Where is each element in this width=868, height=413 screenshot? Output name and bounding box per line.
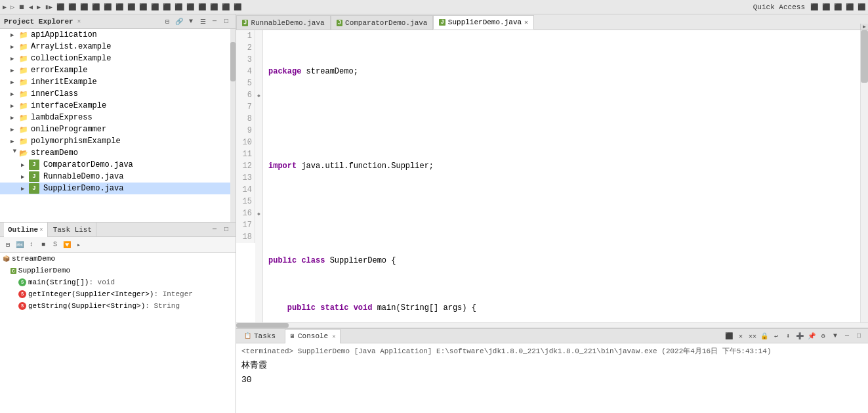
tree-item-interface[interactable]: ▶ 📁 interfaceExample (0, 100, 230, 112)
tree-item-supplier[interactable]: ▶ J SupplierDemo.java (0, 183, 230, 194)
code-line-6: public static void main(String[] args) { (268, 302, 855, 314)
filter-icon[interactable]: ▼ (186, 16, 196, 27)
expand-arrow: ▶ (10, 79, 18, 86)
code-vscroll-thumb (861, 30, 868, 83)
tree-item-arraylist[interactable]: ▶ 📁 ArrayList.example (0, 41, 230, 53)
line-number-9: 9 (239, 125, 252, 137)
console-settings-icon[interactable]: ⚙ (818, 331, 829, 341)
gutter-marker-6: ◆ (257, 93, 260, 98)
more-icon[interactable]: ▸ (73, 240, 84, 250)
code-horizontal-scrollbar[interactable] (236, 322, 868, 328)
java-icon: J (439, 19, 445, 26)
maximize-icon[interactable]: □ (854, 331, 864, 341)
gutter-14 (255, 184, 262, 196)
gutter-18 (255, 231, 262, 243)
toolbar: ▶ ▷ ⏹ ◀ ▶ ▮▶ ⬛ ⬛ ⬛ ⬛ ⬛ ⬛ ⬛ ⬛ ⬛ ⬛ ⬛ ⬛ ⬛ ⬛… (0, 0, 868, 14)
collapse-all-icon[interactable]: ⊟ (3, 240, 13, 250)
tree-item-comparator[interactable]: ▶ J ComparatorDemo.java (0, 159, 230, 171)
package-icon: 📦 (3, 255, 10, 263)
gutter-7 (255, 101, 262, 113)
sort-alpha-icon[interactable]: 🔤 (14, 240, 25, 250)
tree-item-collection[interactable]: ▶ 📁 collectionExample (0, 53, 230, 64)
outline-tabs: Outline ✕ Task List (4, 223, 96, 237)
tree-item-error[interactable]: ▶ 📁 errorExample (0, 64, 230, 76)
toggle-static-icon[interactable]: S (50, 240, 60, 250)
outline-close-icon[interactable]: ✕ (39, 226, 43, 233)
minimize-icon[interactable]: ─ (842, 331, 852, 341)
gutter-11 (255, 148, 262, 160)
tree-item-polymorphism[interactable]: ▶ 📁 polymorphismExample (0, 135, 230, 147)
console-close-icon[interactable]: ✕ (332, 333, 335, 340)
editor-tab-bar: J RunnableDemo.java J ComparatorDemo.jav… (236, 14, 868, 30)
console-remove-icon[interactable]: ✕ (735, 331, 746, 341)
tab-runnable[interactable]: J RunnableDemo.java (236, 15, 331, 30)
console-new-icon[interactable]: ➕ (795, 331, 805, 341)
folder-icon: 📁 (18, 112, 29, 123)
menu-icon[interactable]: ☰ (197, 16, 208, 27)
gutter-2 (255, 42, 262, 54)
console-view-menu-icon[interactable]: ▼ (830, 331, 840, 341)
tab-scroll-right[interactable]: ▶ (860, 24, 868, 30)
expand-arrow: ▶ (10, 91, 18, 98)
tab-comparator[interactable]: J ComparatorDemo.java (331, 15, 434, 30)
maximize-icon[interactable]: □ (221, 225, 232, 235)
method-green-icon: S (18, 278, 26, 286)
expand-arrow: ▶ (10, 55, 18, 62)
console-word-wrap-icon[interactable]: ↩ (771, 331, 781, 341)
java-file-icon: J (29, 183, 39, 194)
toolbar-right-icons: ⬛ ⬛ ⬛ ⬛ ⬛ (810, 3, 865, 11)
tasks-icon: 📋 (244, 332, 251, 339)
outline-item-main[interactable]: S main(String[]) : void (0, 276, 236, 288)
project-tree-scrollbar[interactable] (230, 29, 236, 222)
console-scroll-end-icon[interactable]: ⬇ (783, 331, 793, 341)
gutter-17 (255, 219, 262, 231)
outline-panel: Outline ✕ Task List ─ □ ⊟ 🔤 ↕ ■ S (0, 223, 236, 413)
tree-item-apiApplication[interactable]: ▶ 📁 apiApplication (0, 29, 230, 41)
project-explorer-toolbar: ⊟ 🔗 ▼ ☰ ─ □ (162, 16, 232, 27)
tab-supplier[interactable]: J SupplierDemo.java ✕ (433, 15, 534, 30)
outline-item-class[interactable]: C SupplierDemo (0, 265, 236, 276)
project-explorer-close-icon[interactable]: ✕ (77, 18, 81, 25)
collapse-icon[interactable]: ⊟ (162, 16, 173, 27)
console-terminate-icon[interactable]: ⬛ (724, 331, 734, 341)
console-remove-all-icon[interactable]: ✕✕ (747, 331, 758, 341)
expand-arrow: ▶ (10, 102, 18, 110)
console-pin-icon[interactable]: 📌 (806, 331, 817, 341)
console-tab-console[interactable]: 🖥 Console ✕ (285, 329, 341, 343)
toggle-fields-icon[interactable]: ■ (38, 240, 49, 250)
tab-outline[interactable]: Outline ✕ (4, 223, 48, 237)
tree-item-streamdemo[interactable]: ▶ 📂 streamDemo (0, 147, 230, 159)
sort-fields-icon[interactable]: ↕ (26, 240, 37, 250)
code-lines[interactable]: package streamDemo; import java.util.fun… (263, 30, 860, 322)
tree-item-inherit[interactable]: ▶ 📁 inheritExample (0, 76, 230, 88)
java-file-icon: J (29, 160, 39, 170)
minimize-icon[interactable]: ─ (209, 225, 220, 235)
line-number-5: 5 (239, 77, 252, 89)
gutter-marker-16: ◆ (257, 211, 260, 217)
tree-item-lambda[interactable]: ▶ 📁 lambdaExpress (0, 112, 230, 123)
tree-item-runnable[interactable]: ▶ J RunnableDemo.java (0, 171, 230, 183)
code-vertical-scrollbar[interactable] (860, 30, 868, 322)
outline-item-getstring[interactable]: S getString(Supplier<String>) : String (0, 300, 236, 312)
tree-item-online[interactable]: ▶ 📁 onlineProgrammer (0, 123, 230, 135)
link-icon[interactable]: 🔗 (174, 16, 184, 27)
code-line-3: import java.util.function.Supplier; (268, 160, 855, 172)
line-number-16: 16 (239, 207, 252, 219)
outline-item-getinteger[interactable]: S getInteger(Supplier<Integer>) : Intege… (0, 288, 236, 300)
outline-item-package[interactable]: 📦 streamDemo (0, 253, 236, 265)
tab-task-list[interactable]: Task List (49, 223, 96, 237)
project-tree-scrollbar-thumb (230, 42, 236, 81)
filter-icon[interactable]: 🔽 (62, 240, 72, 250)
minimize-icon[interactable]: ─ (209, 16, 220, 27)
expand-arrow: ▶ (21, 162, 29, 169)
tree-item-inner[interactable]: ▶ 📁 innerClass (0, 88, 230, 100)
line-number-8: 8 (239, 113, 252, 125)
line-number-7: 7 (239, 101, 252, 113)
maximize-icon[interactable]: □ (221, 16, 232, 27)
console-scroll-lock-icon[interactable]: 🔒 (759, 331, 770, 341)
console-tab-tasks[interactable]: 📋 Tasks (240, 329, 279, 343)
tab-close-icon[interactable]: ✕ (524, 18, 528, 26)
line-number-12: 12 (239, 160, 252, 172)
line-number-18: 18 (239, 231, 252, 243)
expand-arrow: ▶ (11, 149, 18, 157)
